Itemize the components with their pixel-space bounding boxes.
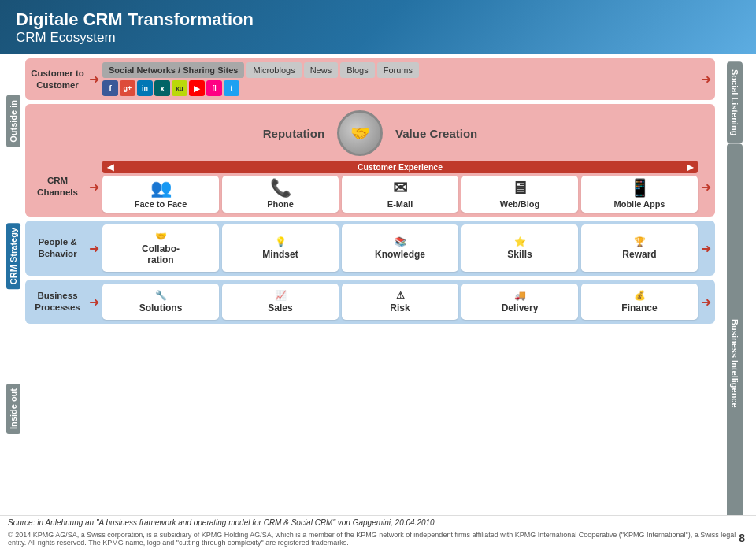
bp-delivery: 🚚 Delivery	[461, 284, 578, 320]
bp-finance: 💰 Finance	[581, 284, 698, 320]
business-processes-section: Business Processes ➜ 🔧 Solutions 📈 Sales…	[25, 280, 715, 324]
skills-label: Skills	[507, 249, 532, 260]
cust-exp-arrow-right: ▶	[687, 162, 693, 172]
right-labels: Social Listening Business Intelligence	[717, 57, 753, 491]
c2c-section: Customer to Customer ➜ Social Networks /…	[25, 58, 715, 100]
knowledge-icon: 📚	[395, 236, 406, 247]
bp-solutions: 🔧 Solutions	[102, 284, 219, 320]
crm-strategy-label: CRM Strategy	[6, 223, 20, 289]
pb-skills: ⭐ Skills	[461, 224, 578, 272]
handshake-icon: 🤝	[337, 110, 383, 156]
middle-content: Customer to Customer ➜ Social Networks /…	[24, 57, 717, 491]
inside-out-label: Inside out	[6, 384, 20, 434]
channel-web-blog: 🖥 Web/Blog	[461, 176, 578, 213]
mindset-icon: 💡	[275, 236, 287, 247]
outside-in-label: Outside in	[6, 95, 20, 147]
risk-icon: ⚠	[396, 290, 405, 301]
crm-arrow-left: ➜	[701, 161, 711, 213]
customer-experience-label: Customer Experience	[358, 162, 443, 172]
skills-icon: ⭐	[514, 236, 526, 247]
channel-cards: 👥 Face to Face 📞 Phone ✉ E-Mail 🖥	[102, 176, 698, 213]
phone-icon: 📞	[270, 180, 291, 197]
youtube-icon: ▶	[189, 80, 205, 96]
channel-face-to-face: 👥 Face to Face	[102, 176, 219, 213]
left-labels: Outside in CRM Strategy Inside out	[3, 57, 24, 491]
reward-label: Reward	[622, 249, 656, 260]
solutions-label: Solutions	[139, 302, 183, 313]
people-arrow-left: ➜	[701, 224, 711, 272]
social-listening-container: Social Listening	[727, 61, 743, 143]
page-number: 8	[739, 532, 745, 544]
face-to-face-label: Face to Face	[135, 199, 187, 209]
reward-icon: 🏆	[634, 236, 646, 247]
bar-items-row: Social Networks / Sharing Sites Microblo…	[102, 62, 698, 78]
cust-exp-arrow-left: ◀	[107, 162, 113, 172]
c2c-arrow-left: ➜	[701, 72, 711, 87]
delivery-icon: 🚚	[514, 290, 526, 301]
bp-sales: 📈 Sales	[222, 284, 339, 320]
business-processes-label: Business Processes	[29, 284, 86, 320]
mobile-apps-label: Mobile Apps	[614, 199, 665, 209]
business-arrow-left: ➜	[701, 284, 711, 320]
reputation-row: Reputation 🤝 Value Creation	[29, 108, 711, 158]
face-to-face-icon: 👥	[150, 180, 172, 197]
phone-label: Phone	[267, 199, 294, 209]
flickr-icon: fl	[206, 80, 222, 96]
footer-source: Source: in Anlehnung an "A business fram…	[8, 518, 748, 529]
sales-label: Sales	[268, 302, 292, 313]
business-intelligence-label: Business Intelligence	[727, 144, 743, 549]
bar-item-news: News	[304, 62, 339, 78]
crm-row: CRM Channels ➜ ◀ Customer Experience ▶ 👥	[29, 161, 711, 213]
people-behavior-section: People & Behavior ➜ 🤝 Collabo-ration 💡 M…	[25, 221, 715, 276]
channel-email: ✉ E-Mail	[342, 176, 458, 213]
mobile-apps-icon: 📱	[629, 180, 650, 197]
solutions-icon: 🔧	[155, 290, 167, 301]
social-icons-row: f g+ in x ku ▶ fl t	[102, 80, 698, 96]
bar-item-blogs: Blogs	[340, 62, 375, 78]
crm-channels-section: Reputation 🤝 Value Creation CRM Channels…	[25, 104, 715, 217]
twitter-icon: t	[224, 80, 239, 96]
page-subtitle: CRM Ecosystem	[16, 30, 740, 46]
bar-item-forums: Forums	[377, 62, 419, 78]
business-arrow-right: ➜	[89, 284, 99, 320]
sales-icon: 📈	[275, 290, 287, 301]
facebook-icon: f	[102, 80, 118, 96]
pb-reward: 🏆 Reward	[581, 224, 698, 272]
web-blog-icon: 🖥	[511, 180, 528, 197]
c2c-social-bar: Social Networks / Sharing Sites Microblo…	[102, 62, 698, 96]
xing-icon: x	[154, 80, 170, 96]
footer: Source: in Anlehnung an "A business fram…	[0, 515, 756, 549]
page-title: Digitale CRM Transformation	[16, 9, 740, 30]
business-intelligence-container: Business Intelligence	[727, 144, 743, 549]
customer-experience-bar: ◀ Customer Experience ▶	[102, 161, 698, 173]
crm-channels-label: CRM Channels	[29, 161, 86, 213]
risk-label: Risk	[390, 302, 410, 313]
mindset-label: Mindset	[262, 249, 298, 260]
pb-mindset: 💡 Mindset	[222, 224, 339, 272]
social-listening-label: Social Listening	[727, 61, 743, 143]
linkedin-icon: in	[137, 80, 153, 96]
finance-label: Finance	[621, 302, 657, 313]
c2c-top-row: Customer to Customer ➜ Social Networks /…	[29, 62, 711, 96]
collaboration-icon: 🤝	[155, 231, 167, 242]
pb-collaboration: 🤝 Collabo-ration	[102, 224, 219, 272]
bar-item-social: Social Networks / Sharing Sites	[102, 62, 244, 78]
delivery-label: Delivery	[502, 302, 539, 313]
web-blog-label: Web/Blog	[500, 199, 540, 209]
bar-item-microblogs: Microblogs	[246, 62, 301, 78]
inside-out-section: Inside out	[3, 327, 24, 491]
header: Digitale CRM Transformation CRM Ecosyste…	[0, 0, 756, 54]
c2c-label: Customer to Customer	[29, 68, 86, 91]
crm-strategy-section: CRM Strategy	[3, 186, 24, 327]
finance-icon: 💰	[634, 290, 646, 301]
email-icon: ✉	[393, 180, 407, 197]
google-plus-icon: g+	[120, 80, 135, 96]
channel-mobile-apps: 📱 Mobile Apps	[581, 176, 698, 213]
pb-knowledge: 📚 Knowledge	[342, 224, 458, 272]
outside-in-section: Outside in	[3, 57, 24, 186]
diagram-area: Outside in CRM Strategy Inside out Custo…	[0, 54, 756, 491]
kununu-icon: ku	[172, 80, 187, 96]
channel-phone: 📞 Phone	[222, 176, 339, 213]
knowledge-label: Knowledge	[375, 249, 425, 260]
people-arrow-right: ➜	[89, 224, 99, 272]
